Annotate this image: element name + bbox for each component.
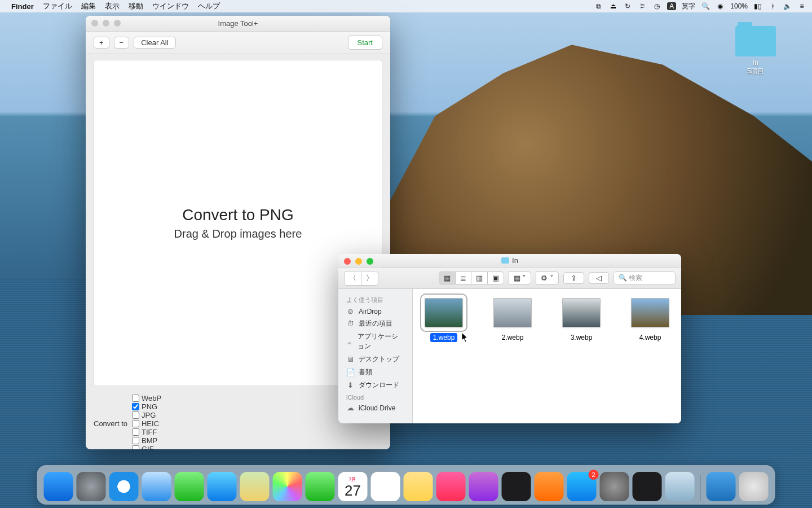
- sidebar-item[interactable]: ⊚AirDrop: [338, 305, 412, 317]
- dock-chat[interactable]: [208, 472, 237, 501]
- format-png-checkbox[interactable]: PNG: [132, 402, 161, 411]
- menubar-item[interactable]: 移動: [129, 2, 143, 10]
- sidebar-item[interactable]: ☁iCloud Drive: [338, 402, 412, 414]
- tags-button[interactable]: ◁: [589, 272, 609, 284]
- add-button[interactable]: +: [94, 37, 109, 49]
- sidebar-icon: ⬇: [346, 381, 355, 389]
- desktop-folder-name: In: [733, 59, 778, 67]
- share-button[interactable]: ⇪: [563, 272, 584, 284]
- sidebar-item[interactable]: ⏱最近の項目: [338, 317, 412, 330]
- badge: 2: [589, 470, 599, 480]
- dock-photos[interactable]: [273, 472, 302, 501]
- dock-finder[interactable]: [44, 472, 73, 501]
- timemachine-icon[interactable]: ↻: [623, 2, 632, 10]
- view-column-button[interactable]: ▥: [471, 271, 488, 284]
- finder-window: In 〈 〉 ▦ ≣ ▥ ▣ ▦ ˅ ⚙ ˅ ⇪ ◁ 🔍 検索 よく使う項目 ⊚…: [338, 254, 681, 423]
- dock-tv[interactable]: [502, 472, 531, 501]
- back-button[interactable]: 〈: [344, 271, 361, 286]
- dock-reminders[interactable]: [371, 472, 400, 501]
- finder-titlebar[interactable]: In: [338, 254, 681, 268]
- group-button[interactable]: ▦ ˅: [509, 271, 532, 284]
- file-name: 1.webp: [430, 333, 458, 342]
- dock-launchpad[interactable]: [77, 472, 106, 501]
- siri-icon[interactable]: ◉: [716, 2, 725, 10]
- screenrec-icon[interactable]: ⧉: [594, 2, 603, 10]
- format-gif-checkbox[interactable]: GIF: [132, 445, 161, 449]
- dock-mail[interactable]: [142, 472, 171, 501]
- view-icon-button[interactable]: ▦: [439, 271, 456, 284]
- menubar-item[interactable]: ウインドウ: [152, 2, 189, 10]
- menubar-item[interactable]: 表示: [105, 2, 120, 10]
- search-input[interactable]: 🔍 検索: [614, 271, 676, 284]
- view-list-button[interactable]: ≣: [455, 271, 471, 284]
- dock-downloads[interactable]: [707, 472, 736, 501]
- dock-books[interactable]: [535, 472, 564, 501]
- battery-percent[interactable]: 100%: [730, 2, 748, 10]
- sidebar-item[interactable]: 📄書類: [338, 366, 412, 379]
- menubar-item[interactable]: ヘルプ: [198, 2, 220, 10]
- dock-music[interactable]: [436, 472, 466, 501]
- dock-maps[interactable]: [240, 472, 270, 501]
- forward-button[interactable]: 〉: [361, 271, 378, 286]
- finder-toolbar: 〈 〉 ▦ ≣ ▥ ▣ ▦ ˅ ⚙ ˅ ⇪ ◁ 🔍 検索: [338, 268, 681, 289]
- file-item[interactable]: 4.webp: [625, 298, 676, 342]
- format-heic-checkbox[interactable]: HEIC: [132, 419, 161, 428]
- zoom-icon[interactable]: [367, 258, 373, 265]
- ime-badge-icon[interactable]: A: [667, 2, 676, 10]
- wifi-icon[interactable]: ⚞: [638, 2, 647, 10]
- sidebar-item[interactable]: ⩋アプリケーション: [338, 330, 412, 353]
- dock-calendar[interactable]: 7月27: [338, 472, 368, 501]
- dock-settings[interactable]: [600, 472, 629, 501]
- battery-icon[interactable]: ▮▯: [753, 2, 762, 10]
- spotlight-icon[interactable]: 🔍: [701, 2, 710, 10]
- dock-appstore[interactable]: 2: [567, 472, 597, 501]
- menubar-item[interactable]: ファイル: [43, 2, 72, 10]
- sidebar-item[interactable]: ⬇ダウンロード: [338, 379, 412, 392]
- action-button[interactable]: ⚙ ˅: [536, 271, 559, 284]
- dock-preview[interactable]: [665, 472, 695, 501]
- dock-safari[interactable]: [109, 472, 139, 501]
- dock-trash[interactable]: [739, 472, 769, 501]
- format-bmp-checkbox[interactable]: BMP: [132, 436, 161, 445]
- finder-title: In: [512, 256, 518, 265]
- sidebar-item[interactable]: 🖥デスクトップ: [338, 353, 412, 366]
- dock-messages[interactable]: [175, 472, 204, 501]
- nav-back-forward: 〈 〉: [344, 271, 378, 286]
- sidebar-icon: ⏱: [346, 319, 355, 328]
- file-item[interactable]: 3.webp: [556, 298, 607, 342]
- file-item[interactable]: 2.webp: [487, 298, 538, 342]
- dock-facetime[interactable]: [306, 472, 335, 501]
- sidebar-icon: 🖥: [346, 355, 355, 364]
- bluetooth-icon[interactable]: ᚼ: [768, 2, 777, 10]
- dock-notes[interactable]: [404, 472, 433, 501]
- ime-label[interactable]: 英字: [682, 2, 695, 11]
- volume-icon[interactable]: 🔈: [783, 2, 792, 10]
- eject-icon[interactable]: ⏏: [608, 2, 617, 10]
- folder-icon: [501, 257, 509, 264]
- clock-icon[interactable]: ◷: [652, 2, 661, 10]
- imagetool-titlebar[interactable]: Image Tool+: [86, 16, 390, 32]
- clearall-button[interactable]: Clear All: [134, 37, 175, 49]
- cloud-icon: ☁: [346, 404, 355, 412]
- file-thumb-icon: [493, 298, 532, 327]
- dock-activity[interactable]: [633, 472, 662, 501]
- format-webp-checkbox[interactable]: WebP: [132, 394, 161, 402]
- finder-file-area[interactable]: 1.webp2.webp3.webp4.webp: [413, 289, 681, 423]
- notification-icon[interactable]: ≡: [797, 2, 806, 10]
- minimize-icon[interactable]: [355, 258, 362, 265]
- menubar-item[interactable]: 編集: [81, 2, 96, 10]
- start-button[interactable]: Start: [348, 36, 382, 50]
- file-item[interactable]: 1.webp: [418, 298, 469, 342]
- dock-podcasts[interactable]: [469, 472, 498, 501]
- desktop-folder-in[interactable]: In 5項目: [733, 26, 778, 76]
- sidebar-icon: ⩋: [346, 338, 354, 346]
- format-jpg-checkbox[interactable]: JPG: [132, 411, 161, 419]
- view-gallery-button[interactable]: ▣: [487, 271, 504, 284]
- remove-button[interactable]: −: [114, 37, 130, 49]
- close-icon[interactable]: [344, 258, 351, 265]
- format-tiff-checkbox[interactable]: TIFF: [132, 428, 161, 436]
- close-icon[interactable]: [91, 20, 98, 27]
- zoom-icon[interactable]: [114, 20, 121, 27]
- minimize-icon[interactable]: [103, 20, 109, 27]
- menubar-app[interactable]: Finder: [11, 2, 34, 11]
